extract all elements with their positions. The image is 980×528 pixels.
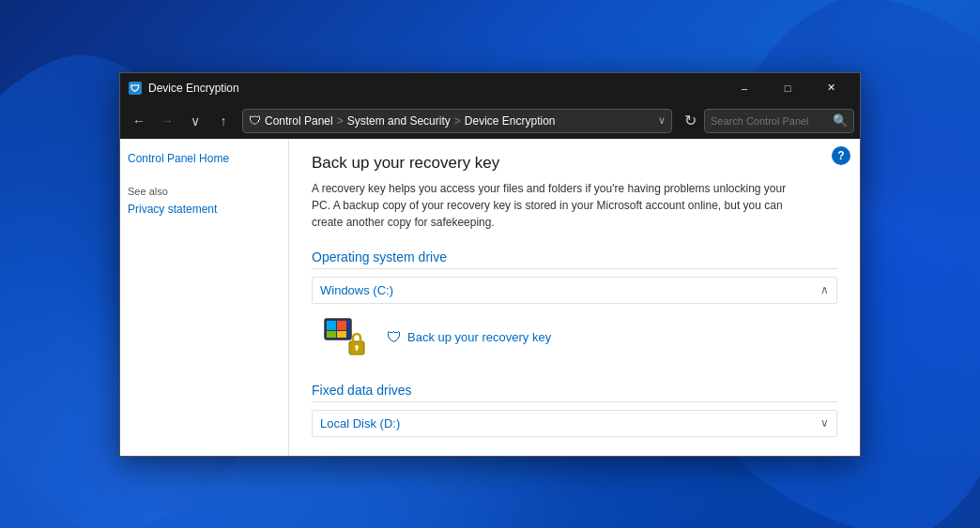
dropdown-button[interactable]: ∨ [182,108,208,134]
address-bar[interactable]: 🛡 Control Panel > System and Security > … [242,109,672,133]
local-disk-label: Local Disk (D:) [320,416,400,430]
windows-drive-label: Windows (C:) [320,283,393,297]
windows-drive-content: 🛡 Back up your recovery key [312,308,837,368]
fixed-drives-title: Fixed data drives [312,383,837,402]
address-segment-3: Device Encryption [465,114,556,128]
app-window: 🛡 Device Encryption – □ ✕ ← → ∨ ↑ 🛡 Cont… [119,72,861,457]
svg-text:🛡: 🛡 [130,83,140,94]
svg-rect-6 [337,331,346,338]
window-controls: – □ ✕ [723,73,852,103]
address-sep-1: > [337,114,344,128]
search-input[interactable] [711,115,829,127]
forward-button[interactable]: → [154,108,180,134]
back-button[interactable]: ← [126,108,152,134]
window-body: Control Panel Home See also Privacy stat… [120,139,860,456]
os-section-title: Operating system drive [312,249,837,269]
maximize-button[interactable]: □ [766,73,809,103]
main-title: Back up your recovery key [312,154,837,173]
see-also-label: See also [128,186,281,197]
backup-link-text: Back up your recovery key [407,330,551,344]
main-content: ? Back up your recovery key A recovery k… [289,139,860,456]
backup-recovery-key-link[interactable]: 🛡 Back up your recovery key [387,329,551,346]
up-button[interactable]: ↑ [210,108,237,134]
minimize-button[interactable]: – [723,73,766,103]
sidebar-home-link[interactable]: Control Panel Home [128,150,281,167]
svg-rect-4 [337,321,346,330]
address-segment-1: Control Panel [265,114,333,128]
local-disk-row[interactable]: Local Disk (D:) ∨ [312,410,837,437]
svg-rect-9 [356,347,358,351]
main-description: A recovery key helps you access your fil… [312,180,800,231]
search-icon: 🔍 [833,113,848,128]
address-icon: 🛡 [249,113,261,128]
search-bar: 🔍 [704,109,854,133]
close-button[interactable]: ✕ [809,73,852,103]
refresh-button[interactable]: ↻ [678,109,702,133]
address-segment-2: System and Security [347,114,451,128]
windows-drive-row[interactable]: Windows (C:) ∧ [312,277,837,304]
windows-drive-icon [323,315,368,360]
sidebar: Control Panel Home See also Privacy stat… [120,139,289,456]
local-disk-chevron: ∨ [820,416,829,430]
svg-rect-5 [327,331,336,338]
help-button[interactable]: ? [832,146,850,165]
window-title: Device Encryption [148,82,723,95]
fixed-drives-section: Fixed data drives Local Disk (D:) ∨ [312,383,837,437]
address-sep-2: > [454,114,461,128]
title-bar: 🛡 Device Encryption – □ ✕ [120,73,860,103]
app-icon: 🛡 [128,81,143,96]
svg-rect-3 [327,321,336,330]
privacy-statement-link[interactable]: Privacy statement [128,201,281,218]
windows-drive-chevron: ∧ [820,283,829,296]
toolbar: ← → ∨ ↑ 🛡 Control Panel > System and Sec… [120,103,860,139]
address-chevron[interactable]: ∨ [658,114,666,127]
backup-link-icon: 🛡 [387,329,402,346]
os-drive-section: Operating system drive Windows (C:) ∧ [312,249,837,368]
